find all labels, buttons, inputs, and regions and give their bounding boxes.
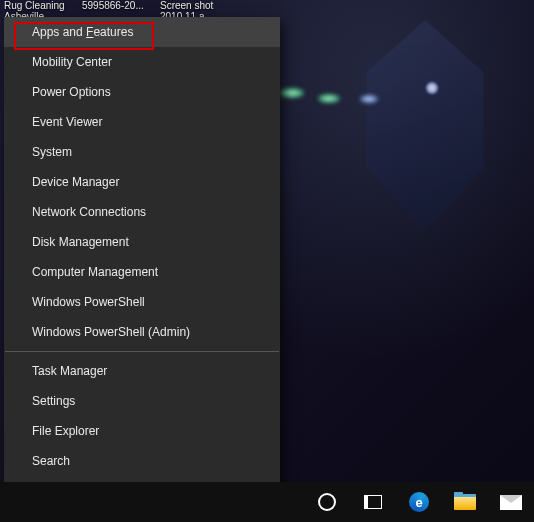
menu-item-system[interactable]: System	[4, 137, 280, 167]
menu-item-power-options[interactable]: Power Options	[4, 77, 280, 107]
menu-item-label: Computer Management	[32, 265, 158, 279]
menu-item-label: Task Manager	[32, 364, 107, 378]
menu-item-label: Apps and Features	[32, 25, 133, 39]
menu-item-label: Search	[32, 454, 70, 468]
menu-item-search[interactable]: Search	[4, 446, 280, 476]
taskbar-edge-button[interactable]	[396, 482, 442, 522]
menu-item-label: File Explorer	[32, 424, 99, 438]
cortana-icon	[318, 493, 336, 511]
menu-item-event-viewer[interactable]: Event Viewer	[4, 107, 280, 137]
menu-item-label: Mobility Center	[32, 55, 112, 69]
menu-item-label: Network Connections	[32, 205, 146, 219]
menu-item-mobility-center[interactable]: Mobility Center	[4, 47, 280, 77]
menu-item-task-manager[interactable]: Task Manager	[4, 356, 280, 386]
task-view-icon	[364, 495, 382, 509]
menu-item-label: Windows PowerShell (Admin)	[32, 325, 190, 339]
taskbar-cortana-button[interactable]	[304, 482, 350, 522]
menu-item-network-connections[interactable]: Network Connections	[4, 197, 280, 227]
menu-item-settings[interactable]: Settings	[4, 386, 280, 416]
menu-separator	[5, 351, 279, 352]
menu-item-device-manager[interactable]: Device Manager	[4, 167, 280, 197]
menu-item-apps-and-features[interactable]: Apps and Features	[4, 17, 280, 47]
menu-item-windows-powershell-admin[interactable]: Windows PowerShell (Admin)	[4, 317, 280, 347]
folder-icon	[454, 494, 476, 510]
taskbar-file-explorer-button[interactable]	[442, 482, 488, 522]
menu-item-file-explorer[interactable]: File Explorer	[4, 416, 280, 446]
menu-item-label: Device Manager	[32, 175, 119, 189]
menu-item-label: System	[32, 145, 72, 159]
taskbar	[0, 482, 534, 522]
menu-item-label: Settings	[32, 394, 75, 408]
menu-item-computer-management[interactable]: Computer Management	[4, 257, 280, 287]
menu-item-disk-management[interactable]: Disk Management	[4, 227, 280, 257]
taskbar-task-view-button[interactable]	[350, 482, 396, 522]
menu-item-label: Event Viewer	[32, 115, 102, 129]
menu-item-windows-powershell[interactable]: Windows PowerShell	[4, 287, 280, 317]
edge-icon	[409, 492, 429, 512]
menu-item-label: Disk Management	[32, 235, 129, 249]
winx-context-menu: Apps and Features Mobility Center Power …	[4, 17, 280, 522]
taskbar-mail-button[interactable]	[488, 482, 534, 522]
menu-item-label: Power Options	[32, 85, 111, 99]
mail-icon	[500, 495, 522, 510]
menu-item-label: Windows PowerShell	[32, 295, 145, 309]
